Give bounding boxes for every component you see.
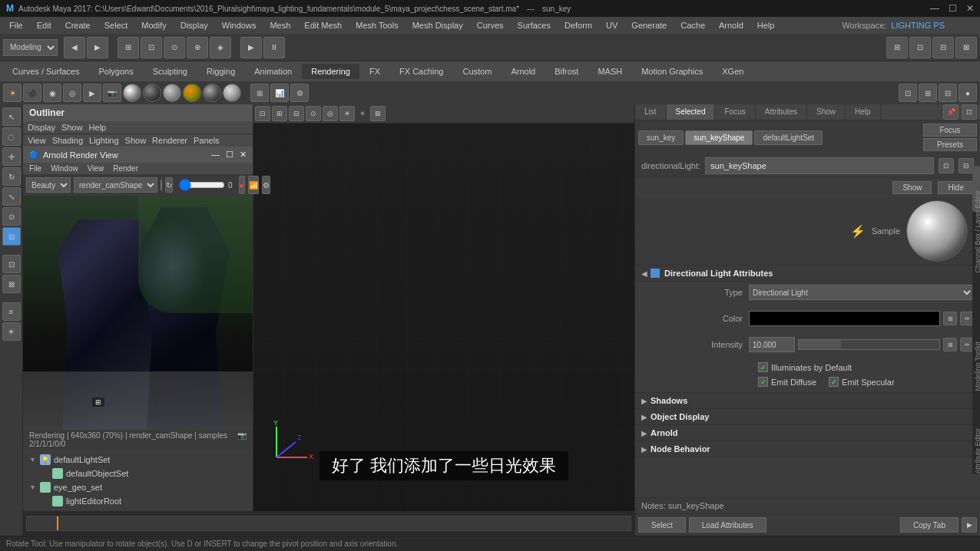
- icon-sphere5[interactable]: [203, 84, 221, 102]
- load-attributes-button[interactable]: Load Attributes: [689, 517, 766, 533]
- mode-selector[interactable]: Modeling: [3, 39, 58, 56]
- intensity-input[interactable]: 10.000: [749, 337, 795, 352]
- icon-light1[interactable]: ⚫: [23, 84, 41, 102]
- dialog-view[interactable]: View: [88, 164, 104, 173]
- settings-icon[interactable]: ⚙: [262, 176, 270, 194]
- show-button[interactable]: Show: [892, 181, 932, 194]
- tool-layer[interactable]: ≡: [2, 302, 21, 321]
- wifi-icon[interactable]: 📶: [248, 176, 259, 194]
- tool-lasso[interactable]: ◌: [2, 127, 21, 146]
- tool-select[interactable]: ↖: [2, 107, 21, 126]
- icon-sun[interactable]: ☀: [3, 84, 22, 102]
- tool-snap[interactable]: ⊡: [2, 255, 21, 273]
- node-name-field[interactable]: sun_keyShape: [705, 157, 934, 174]
- menu-windows[interactable]: Windows: [216, 19, 263, 31]
- object-display-section-header[interactable]: ▶ Object Display: [635, 409, 980, 425]
- menu-display[interactable]: Display: [174, 19, 214, 31]
- tab-sculpting[interactable]: Sculpting: [144, 64, 197, 79]
- menu-arnold[interactable]: Arnold: [713, 19, 750, 31]
- tab-rendering[interactable]: Rendering: [302, 64, 359, 79]
- toolbar-arrow-right[interactable]: ▶: [87, 37, 108, 58]
- renderer-menu[interactable]: Renderer: [152, 136, 187, 145]
- icon-grid[interactable]: ⊞: [250, 84, 269, 102]
- outliner-display[interactable]: Display: [28, 123, 55, 132]
- right-tab-selected[interactable]: Selected: [667, 104, 716, 120]
- toolbar-icon-1[interactable]: ⊞: [118, 37, 139, 58]
- icon-right3[interactable]: ⊟: [939, 84, 957, 102]
- right-tab-list[interactable]: List: [635, 104, 667, 120]
- tree-item-eye-geo-set[interactable]: ▼ □ eye_geo_set: [26, 480, 250, 494]
- tool-rotate[interactable]: ↻: [2, 167, 21, 186]
- toolbar-icon-6[interactable]: ▶: [240, 37, 262, 58]
- vp-icon-4[interactable]: ⊙: [306, 106, 321, 121]
- tab-arnold[interactable]: Arnold: [502, 64, 545, 79]
- dialog-restore[interactable]: ☐: [226, 150, 233, 160]
- tab-custom[interactable]: Custom: [454, 64, 502, 79]
- menu-select[interactable]: Select: [98, 19, 134, 31]
- icon-sphere6[interactable]: [223, 84, 241, 102]
- type-select[interactable]: Directional Light: [749, 285, 974, 300]
- arnold-section-header[interactable]: ▶ Arnold: [635, 425, 980, 441]
- tab-polygons[interactable]: Polygons: [89, 64, 142, 79]
- icon-light2[interactable]: ◉: [43, 84, 61, 102]
- lighting-menu[interactable]: Lighting: [89, 136, 119, 145]
- icon-sphere3[interactable]: [163, 84, 181, 102]
- shrink-node-icon[interactable]: ⊟: [958, 158, 974, 173]
- copy-tab-arrow[interactable]: ▶: [962, 517, 977, 533]
- tree-item-lightEditorRoot[interactable]: □ lightEditorRoot: [26, 494, 250, 508]
- icon-light3[interactable]: ◎: [63, 84, 81, 102]
- tab-xgen[interactable]: XGen: [713, 64, 753, 79]
- tree-item-defaultLightSet[interactable]: ▼ 💡 defaultLightSet: [26, 453, 250, 467]
- expand-icon[interactable]: ⊡: [962, 104, 977, 120]
- illuminates-checkbox[interactable]: ✓: [758, 362, 768, 372]
- icon-fx2[interactable]: ⚙: [290, 84, 309, 102]
- toolbar-right-2[interactable]: ⊡: [909, 37, 931, 58]
- icon-right2[interactable]: ⊞: [919, 84, 937, 102]
- emit-specular-checkbox[interactable]: ✓: [829, 377, 839, 387]
- dialog-file[interactable]: File: [29, 164, 41, 173]
- select-button[interactable]: Select: [638, 517, 686, 533]
- tab-fx-caching[interactable]: FX Caching: [390, 64, 452, 79]
- toolbar-icon-7[interactable]: ⏸: [263, 37, 285, 58]
- focus-button[interactable]: Focus: [923, 124, 977, 137]
- tool-soft-mod[interactable]: ⊙: [2, 207, 21, 226]
- attr-tab-sun-key[interactable]: sun_key: [638, 130, 684, 145]
- menu-deform[interactable]: Deform: [558, 19, 598, 31]
- right-tab-help[interactable]: Help: [846, 104, 881, 120]
- intensity-grid-icon[interactable]: ⊞: [943, 338, 957, 351]
- tool-magnet[interactable]: ⊠: [2, 275, 21, 293]
- copy-tab-button[interactable]: Copy Tab: [900, 517, 958, 533]
- beauty-select[interactable]: Beauty: [26, 177, 71, 193]
- vp-icon-1[interactable]: ⊡: [255, 106, 270, 121]
- record-icon[interactable]: ●: [239, 176, 245, 194]
- icon-cam[interactable]: 📷: [103, 84, 121, 102]
- vp-icon-3[interactable]: ⊟: [289, 106, 304, 121]
- shadows-section-header[interactable]: ▶ Shadows: [635, 392, 980, 409]
- right-tab-attributes[interactable]: Attributes: [756, 104, 807, 120]
- toolbar-icon-2[interactable]: ⊡: [141, 37, 162, 58]
- tool-scale[interactable]: ⤡: [2, 187, 21, 206]
- restore-button[interactable]: ☐: [949, 3, 957, 14]
- outliner-show[interactable]: Show: [61, 123, 83, 132]
- emit-diffuse-checkbox[interactable]: ✓: [758, 377, 768, 387]
- color-grid-icon[interactable]: ⊞: [943, 312, 957, 325]
- color-swatch[interactable]: [749, 311, 940, 326]
- menu-edit[interactable]: Edit: [31, 19, 58, 31]
- expand-node-icon[interactable]: ⊡: [939, 158, 954, 173]
- tab-mash[interactable]: MASH: [588, 64, 631, 79]
- toolbar-icon-5[interactable]: ◈: [210, 37, 231, 58]
- exposure-slider[interactable]: [179, 179, 225, 191]
- intensity-slider[interactable]: [798, 339, 940, 350]
- presets-button[interactable]: Presets: [923, 138, 977, 151]
- toolbar-icon-3[interactable]: ⊙: [164, 37, 185, 58]
- menu-modify[interactable]: Modify: [135, 19, 172, 31]
- camera-select[interactable]: render_camShape: [74, 177, 157, 193]
- icon-anim[interactable]: 📊: [270, 84, 289, 102]
- menu-mesh-display[interactable]: Mesh Display: [406, 19, 469, 31]
- menu-surfaces[interactable]: Surfaces: [512, 19, 557, 31]
- menu-mesh-tools[interactable]: Mesh Tools: [349, 19, 404, 31]
- right-tab-show[interactable]: Show: [807, 104, 846, 120]
- tool-light[interactable]: ☀: [2, 322, 21, 341]
- icon-right1[interactable]: ⊡: [899, 84, 917, 102]
- show-menu[interactable]: Show: [125, 136, 147, 145]
